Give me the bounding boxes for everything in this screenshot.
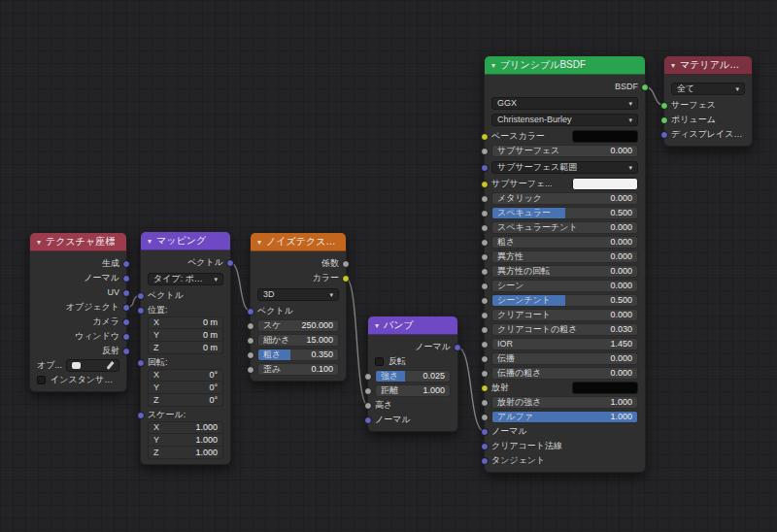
mapping-header[interactable]: ▾マッピング bbox=[141, 232, 230, 250]
color-socket[interactable] bbox=[342, 275, 350, 283]
bump-header[interactable]: ▾バンプ bbox=[368, 316, 457, 335]
shader-socket[interactable] bbox=[660, 102, 668, 110]
mapping-field-6-field[interactable]: Z0 m bbox=[148, 342, 223, 354]
eyedropper-icon[interactable] bbox=[106, 361, 114, 370]
principled-bsdf-colorrow-6-color-swatch[interactable] bbox=[572, 178, 638, 190]
principled-bsdf-slider-15-slider[interactable]: クリアコート0.000 bbox=[491, 309, 638, 321]
principled-bsdf-slider-14-slider[interactable]: シーンチント0.500 bbox=[491, 294, 638, 307]
principled-bsdf-slider-22-slider[interactable]: アルファ1.000 bbox=[491, 411, 638, 423]
value-socket[interactable] bbox=[481, 253, 489, 261]
value-socket[interactable] bbox=[481, 148, 489, 155]
texture-coordinate-checkbox-8-checkbox[interactable] bbox=[37, 376, 46, 384]
mapping-field-10-field[interactable]: Z0° bbox=[148, 394, 223, 407]
principled-bsdf-dropdown-1-dropdown[interactable]: GGX▾ bbox=[491, 97, 638, 110]
value-socket[interactable] bbox=[364, 373, 372, 381]
value-socket[interactable] bbox=[481, 414, 489, 421]
mapping-field-5-field[interactable]: Y0 m bbox=[148, 329, 223, 342]
principled-bsdf-slider-16-slider[interactable]: クリアコートの粗さ0.030 bbox=[491, 323, 638, 336]
principled-bsdf-slider-17-slider[interactable]: IOR1.450 bbox=[491, 338, 638, 350]
bump-slider-2-slider[interactable]: 強さ0.025 bbox=[375, 370, 451, 382]
value-socket[interactable] bbox=[481, 195, 489, 203]
principled-bsdf-slider-11-slider[interactable]: 異方性0.000 bbox=[491, 250, 638, 263]
noise-texture-slider-5-slider[interactable]: 細かさ15.000 bbox=[257, 334, 339, 347]
color-socket[interactable] bbox=[481, 133, 489, 141]
color-socket[interactable] bbox=[481, 181, 489, 188]
value-socket[interactable] bbox=[364, 402, 372, 410]
principled-bsdf-slider-21-slider[interactable]: 放射の強さ1.000 bbox=[491, 396, 638, 409]
vector-socket[interactable] bbox=[122, 289, 130, 297]
principled-bsdf-colorrow-3-color-swatch[interactable] bbox=[572, 130, 638, 143]
noise-texture-dropdown-2-dropdown[interactable]: 3D▾ bbox=[257, 288, 339, 301]
principled-bsdf-slider-8-slider[interactable]: スペキュラー0.500 bbox=[491, 207, 638, 219]
value-socket[interactable] bbox=[481, 312, 489, 319]
value-socket[interactable] bbox=[481, 224, 489, 232]
collapse-arrow-icon[interactable]: ▾ bbox=[257, 238, 261, 247]
principled-bsdf-colorrow-20-color-swatch[interactable] bbox=[572, 382, 638, 394]
vector-socket[interactable] bbox=[137, 292, 145, 300]
node-principled-bsdf[interactable]: ▾プリンシプルBSDFBSDFGGX▾Christensen-Burley▾ベー… bbox=[484, 55, 646, 473]
bump-slider-3-slider[interactable]: 距離1.000 bbox=[375, 384, 451, 397]
vector-socket[interactable] bbox=[122, 348, 130, 355]
principled-bsdf-header[interactable]: ▾プリンシプルBSDF bbox=[485, 56, 645, 75]
bump-checkbox-1-checkbox[interactable] bbox=[375, 357, 384, 366]
node-mapping[interactable]: ▾マッピングベクトルタイプ: ポイント▾ベクトル位置:X0 mY0 mZ0 m回… bbox=[140, 231, 231, 465]
value-socket[interactable] bbox=[481, 239, 489, 247]
principled-bsdf-slider-13-slider[interactable]: シーン0.000 bbox=[491, 280, 638, 292]
material-output-dropdown-0-dropdown[interactable]: 全て▾ bbox=[671, 83, 745, 95]
principled-bsdf-vecdrop-5-dropdown[interactable]: サブサーフェス範囲▾ bbox=[491, 161, 638, 174]
vector-socket[interactable] bbox=[137, 307, 145, 315]
shader-socket[interactable] bbox=[641, 83, 649, 91]
value-socket[interactable] bbox=[247, 366, 254, 374]
principled-bsdf-slider-4-slider[interactable]: サブサーフェス0.000 bbox=[491, 145, 638, 157]
vector-socket[interactable] bbox=[122, 275, 130, 283]
vector-socket[interactable] bbox=[226, 259, 234, 267]
principled-bsdf-dropdown-2-dropdown[interactable]: Christensen-Burley▾ bbox=[491, 114, 638, 126]
value-socket[interactable] bbox=[481, 370, 489, 378]
collapse-arrow-icon[interactable]: ▾ bbox=[37, 238, 41, 247]
value-socket[interactable] bbox=[481, 210, 489, 217]
color-socket[interactable] bbox=[481, 384, 489, 392]
vector-socket[interactable] bbox=[122, 260, 130, 268]
node-editor-canvas[interactable]: ▾テクスチャ座標生成ノーマルUVオブジェクトカメラウィンドウ反射オブ...インス… bbox=[0, 0, 777, 532]
principled-bsdf-slider-7-slider[interactable]: メタリック0.000 bbox=[491, 192, 638, 205]
texture-coordinate-objfield-7-object-field[interactable] bbox=[66, 359, 119, 372]
noise-texture-header[interactable]: ▾ノイズテクスチャ bbox=[251, 233, 346, 251]
vector-socket[interactable] bbox=[122, 304, 130, 312]
node-noise-texture[interactable]: ▾ノイズテクスチャ係数カラー3D▾ベクトルスケ250.000細かさ15.000粗… bbox=[250, 232, 347, 382]
mapping-field-8-field[interactable]: X0° bbox=[148, 369, 223, 382]
vector-socket[interactable] bbox=[481, 443, 489, 450]
vector-socket[interactable] bbox=[137, 359, 145, 367]
vector-socket[interactable] bbox=[247, 308, 254, 316]
vector-socket[interactable] bbox=[137, 412, 145, 419]
node-material-output[interactable]: ▾マテリアル出力全て▾サーフェスボリュームディスプレイスメント bbox=[663, 55, 753, 147]
value-socket[interactable] bbox=[481, 355, 489, 363]
vector-socket[interactable] bbox=[481, 164, 489, 172]
noise-texture-slider-7-slider[interactable]: 歪み0.100 bbox=[257, 363, 339, 376]
vector-socket[interactable] bbox=[122, 318, 130, 326]
mapping-field-14-field[interactable]: Z1.000 bbox=[148, 447, 223, 459]
noise-texture-slider-4-slider[interactable]: スケ250.000 bbox=[257, 319, 339, 332]
principled-bsdf-slider-12-slider[interactable]: 異方性の回転0.000 bbox=[491, 265, 638, 278]
node-texture-coordinate[interactable]: ▾テクスチャ座標生成ノーマルUVオブジェクトカメラウィンドウ反射オブ...インス… bbox=[29, 232, 127, 392]
mapping-field-12-field[interactable]: X1.000 bbox=[148, 421, 223, 434]
collapse-arrow-icon[interactable]: ▾ bbox=[491, 61, 495, 70]
shader-socket[interactable] bbox=[660, 116, 668, 124]
collapse-arrow-icon[interactable]: ▾ bbox=[375, 321, 379, 330]
vector-socket[interactable] bbox=[122, 333, 130, 341]
value-socket[interactable] bbox=[481, 297, 489, 305]
vector-socket[interactable] bbox=[481, 428, 489, 436]
vector-socket[interactable] bbox=[454, 344, 461, 351]
mapping-field-13-field[interactable]: Y1.000 bbox=[148, 434, 223, 447]
collapse-arrow-icon[interactable]: ▾ bbox=[671, 61, 675, 70]
mapping-field-9-field[interactable]: Y0° bbox=[148, 382, 223, 394]
mapping-field-4-field[interactable]: X0 m bbox=[148, 316, 223, 329]
mapping-dropdown-1-dropdown[interactable]: タイプ: ポイント▾ bbox=[148, 273, 223, 285]
texture-coordinate-header[interactable]: ▾テクスチャ座標 bbox=[30, 233, 126, 251]
principled-bsdf-slider-10-slider[interactable]: 粗さ0.000 bbox=[491, 236, 638, 249]
value-socket[interactable] bbox=[481, 326, 489, 334]
value-socket[interactable] bbox=[481, 268, 489, 276]
value-socket[interactable] bbox=[364, 387, 372, 395]
collapse-arrow-icon[interactable]: ▾ bbox=[148, 237, 152, 246]
principled-bsdf-slider-18-slider[interactable]: 伝播0.000 bbox=[491, 352, 638, 365]
value-socket[interactable] bbox=[481, 341, 489, 349]
